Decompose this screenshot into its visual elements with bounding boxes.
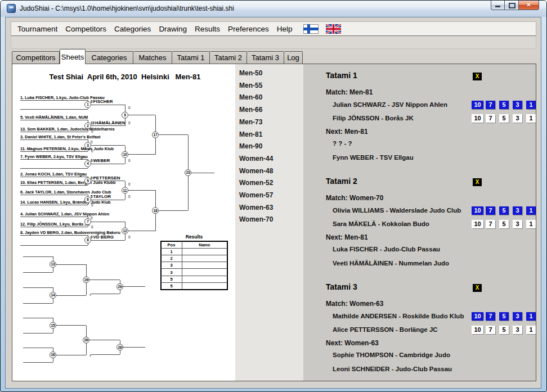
white-score-5-button[interactable]: 5: [499, 114, 509, 123]
white-score-10-button[interactable]: 10: [472, 326, 483, 334]
blue-score-3-button[interactable]: 3: [513, 312, 522, 321]
category-men-60[interactable]: Men-60: [239, 93, 262, 101]
notebook-content: Test Shiai April 6th, 2010 Helsinki Men-…: [12, 64, 536, 381]
tab-matches[interactable]: Matches: [133, 51, 172, 64]
tatami-title: Tatami 3: [326, 282, 357, 291]
svg-text:0: 0: [91, 140, 93, 144]
match-winner-label: 0FISCHER: [91, 99, 113, 104]
svg-text:0: 0: [91, 203, 93, 207]
white-competitor: Sara MÄKELÄ - Kokkolan Budo: [333, 220, 429, 228]
tab-sheets[interactable]: Sheets: [60, 49, 86, 64]
svg-text:0: 0: [128, 106, 131, 110]
category-men-66[interactable]: Men-66: [239, 106, 262, 114]
next-competitor-2: Veeti HÄMÄLÄINEN - Nummelan Judo: [333, 259, 449, 268]
menu-results[interactable]: Results: [191, 25, 224, 33]
close-button[interactable]: ✕: [518, 1, 539, 10]
maximize-button[interactable]: [505, 1, 518, 10]
app-icon: [7, 4, 16, 13]
next-match-label: Next: Men-81: [326, 233, 368, 241]
svg-text:Name: Name: [199, 242, 210, 247]
competitor-name: 12. Filip JÖNSSON, 1.kyu, Borås JK: [20, 222, 90, 227]
blue-score-buttons: 107531: [472, 206, 536, 215]
white-score-7-button[interactable]: 7: [486, 114, 495, 123]
blue-score-3-button[interactable]: 3: [513, 206, 522, 215]
application-window: JudoShiai - C:\msys\1.0\home\hjokinen\sv…: [0, 0, 547, 392]
svg-text:0: 0: [91, 225, 93, 229]
next-match-label: Next: Women-63: [326, 339, 379, 347]
svg-text:0: 0: [128, 121, 131, 125]
category-men-73[interactable]: Men-73: [239, 118, 262, 126]
next-competitor-1: ? ? - ?: [333, 139, 352, 148]
next-competitor-1: Sophie THOMPSON - Cambridge Judo: [333, 351, 450, 359]
svg-text:0: 0: [128, 235, 131, 239]
menu-tournament[interactable]: Tournament: [14, 25, 61, 33]
menu-help[interactable]: Help: [273, 25, 297, 33]
blue-score-10-button[interactable]: 10: [472, 101, 483, 109]
blue-score-3-button[interactable]: 3: [513, 101, 522, 109]
menu-preferences[interactable]: Preferences: [224, 25, 273, 33]
match-number: 1: [87, 102, 89, 106]
white-score-7-button[interactable]: 7: [486, 326, 495, 334]
white-score-1-button[interactable]: 1: [526, 326, 536, 334]
match-number: 3: [87, 143, 89, 147]
blue-score-10-button[interactable]: 10: [472, 206, 483, 215]
competitor-name: 14. Lucas HANSEN, 1.kyu, Brøndby Judo Kl…: [20, 200, 111, 205]
svg-text:*: *: [89, 354, 91, 358]
svg-text:0: 0: [91, 129, 93, 133]
menu-competitors[interactable]: Competitors: [61, 25, 110, 33]
white-score-10-button[interactable]: 10: [472, 114, 483, 123]
blue-score-1-button[interactable]: 1: [526, 312, 536, 321]
minimize-button[interactable]: [491, 1, 505, 10]
white-score-7-button[interactable]: 7: [486, 220, 495, 228]
uk-flag-icon[interactable]: [326, 24, 341, 34]
finnish-flag-icon[interactable]: [303, 24, 319, 34]
blue-score-1-button[interactable]: 1: [526, 206, 536, 215]
category-women-48[interactable]: Women-48: [239, 167, 273, 175]
blue-competitor: Mathilde ANDERSEN - Roskilde Budo Klub: [333, 312, 464, 321]
category-women-52[interactable]: Women-52: [239, 179, 273, 187]
match-number: 23: [186, 170, 190, 174]
white-score-1-button[interactable]: 1: [526, 220, 536, 228]
tab-competitors[interactable]: Competitors: [12, 51, 60, 64]
tab-categories[interactable]: Categories: [86, 51, 133, 64]
tab-tatami-3[interactable]: Tatami 3: [247, 51, 284, 64]
white-score-10-button[interactable]: 10: [472, 220, 483, 228]
blue-score-5-button[interactable]: 5: [499, 206, 509, 215]
category-women-63[interactable]: Women-63: [239, 204, 273, 211]
blue-score-7-button[interactable]: 7: [486, 312, 495, 321]
menu-categories[interactable]: Categories: [110, 25, 155, 33]
tatami-close-button[interactable]: X: [473, 73, 482, 80]
title-bar[interactable]: JudoShiai - C:\msys\1.0\home\hjokinen\sv…: [1, 1, 546, 17]
tab-tatami-1[interactable]: Tatami 1: [172, 51, 210, 64]
match-number: 6: [87, 197, 89, 201]
white-score-3-button[interactable]: 3: [513, 220, 522, 228]
category-men-90[interactable]: Men-90: [239, 142, 262, 150]
tab-log[interactable]: Log: [284, 51, 303, 64]
category-men-81[interactable]: Men-81: [239, 130, 262, 138]
match-winner-label: 0WEBER: [91, 158, 110, 163]
category-women-44[interactable]: Women-44: [239, 155, 273, 163]
white-score-3-button[interactable]: 3: [513, 114, 522, 123]
white-score-3-button[interactable]: 3: [513, 326, 522, 334]
menu-drawing[interactable]: Drawing: [155, 25, 191, 33]
category-men-50[interactable]: Men-50: [239, 69, 262, 77]
category-women-70[interactable]: Women-70: [239, 215, 273, 223]
tatami-close-button[interactable]: X: [473, 284, 482, 292]
category-men-55[interactable]: Men-55: [239, 82, 262, 89]
white-score-5-button[interactable]: 5: [499, 326, 509, 334]
blue-score-10-button[interactable]: 10: [472, 312, 483, 321]
blue-score-5-button[interactable]: 5: [499, 312, 509, 321]
category-women-57[interactable]: Women-57: [239, 191, 273, 199]
match-number: 12: [123, 229, 127, 233]
white-score-1-button[interactable]: 1: [526, 114, 536, 123]
blue-score-5-button[interactable]: 5: [499, 101, 509, 109]
match-number: 13: [51, 262, 55, 266]
blue-score-7-button[interactable]: 7: [486, 206, 495, 215]
tab-tatami-2[interactable]: Tatami 2: [210, 51, 247, 64]
match-number: 18: [153, 209, 158, 213]
tatami-close-button[interactable]: X: [473, 178, 482, 186]
blue-score-1-button[interactable]: 1: [526, 101, 536, 109]
blue-score-7-button[interactable]: 7: [486, 101, 495, 109]
white-score-5-button[interactable]: 5: [499, 220, 509, 228]
match-number: 15: [51, 323, 55, 327]
